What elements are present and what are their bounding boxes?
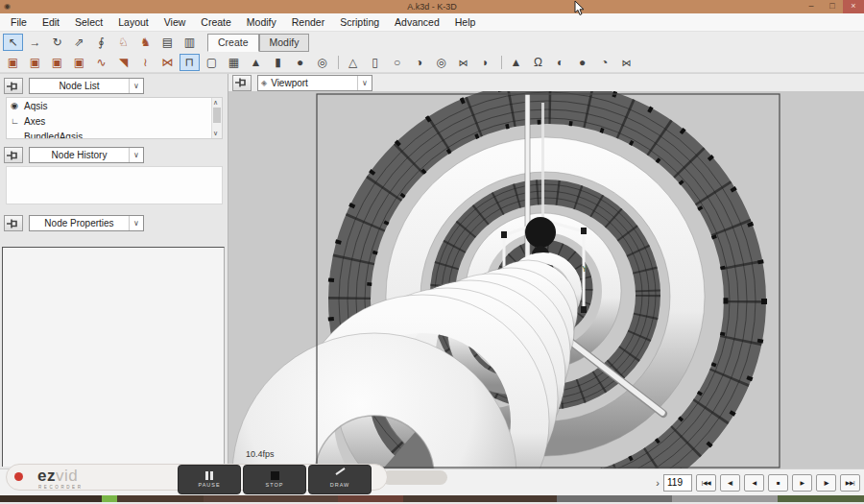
pick-parent-tool-icon[interactable]: ♘ xyxy=(113,34,133,51)
node-history-dropdown[interactable]: Node History ∨ xyxy=(29,147,144,163)
render-frame-icon[interactable]: ▥ xyxy=(180,34,200,51)
nurbs-sphere-icon[interactable]: ○ xyxy=(387,54,407,71)
mesh-cube-2-icon[interactable]: ▣ xyxy=(25,54,45,71)
stop-button[interactable]: ■ xyxy=(768,474,788,492)
nurbs-paraboloid-icon[interactable]: ◗ xyxy=(475,54,495,71)
list-item[interactable]: ∟ Axes xyxy=(7,113,222,129)
tab-modify[interactable]: Modify xyxy=(259,34,310,52)
left-panel: Node List ∨ ◉ Aqsis ∟ Axes BundledAqsis xyxy=(0,74,228,468)
toolbar-separator xyxy=(501,56,502,69)
scroll-down-icon[interactable]: ∨ xyxy=(213,130,218,137)
play-reverse-button[interactable]: ◀ xyxy=(744,474,764,492)
pencil-icon xyxy=(334,471,346,480)
pause-icon xyxy=(205,471,213,480)
create-modify-tabs: Create Modify xyxy=(207,34,309,52)
menu-modify[interactable]: Modify xyxy=(239,14,284,30)
toolbar-separator xyxy=(338,56,339,69)
menu-select[interactable]: Select xyxy=(67,14,110,30)
scroll-up-icon[interactable]: ∧ xyxy=(213,99,218,107)
menu-create[interactable]: Create xyxy=(193,14,239,30)
ezvid-logo-light: vid xyxy=(56,467,78,485)
quadric-cone-icon[interactable]: ▲ xyxy=(506,54,526,71)
pin-icon[interactable] xyxy=(232,75,252,91)
primitive-cone-icon[interactable]: ▲ xyxy=(246,54,266,71)
snap-tool-icon[interactable]: ∮ xyxy=(91,34,111,51)
scale-tool-icon[interactable]: ⇗ xyxy=(69,34,89,51)
curve-tool-icon[interactable]: ∿ xyxy=(91,54,111,71)
mesh-cube-3-icon[interactable]: ▣ xyxy=(47,54,67,71)
stop-recording-button[interactable]: STOP xyxy=(243,465,306,494)
primitive-grid-icon[interactable]: ▦ xyxy=(224,54,244,71)
menu-bar: File Edit Select Layout View Create Modi… xyxy=(0,13,864,32)
nurbs-cylinder-icon[interactable]: ▯ xyxy=(365,54,385,71)
go-to-end-button[interactable]: ▶▶| xyxy=(840,474,860,492)
title-bar[interactable]: ◉ A.k3d - K-3D – □ × xyxy=(0,0,864,13)
paint-tool-icon[interactable]: ≀ xyxy=(135,54,156,71)
mouse-cursor xyxy=(574,1,585,16)
quadric-patch-icon[interactable]: ⋈ xyxy=(616,54,636,71)
list-item[interactable]: ◉ Aqsis xyxy=(7,98,222,113)
menu-file[interactable]: File xyxy=(3,14,35,30)
go-to-start-button[interactable]: |◀◀ xyxy=(696,474,716,492)
play-button[interactable]: ▶ xyxy=(792,474,812,492)
bench-tool-icon[interactable]: ⊓ xyxy=(180,54,200,71)
nurbs-cone-icon[interactable]: △ xyxy=(343,54,363,71)
mesh-cube-1-icon[interactable]: ▣ xyxy=(3,54,23,71)
primitive-torus-icon[interactable]: ◎ xyxy=(312,54,332,71)
move-tool-icon[interactable]: → xyxy=(25,34,45,51)
viewport-3d-scene[interactable] xyxy=(228,91,864,468)
y-axis-label: Y xyxy=(582,264,588,274)
pin-icon[interactable] xyxy=(4,78,23,94)
toolbar-row-2: ▣ ▣ ▣ ▣ ∿ ◥ ≀ ⋈ ⊓ ▢ ▦ ▲ ▮ ● ◎ △ ▯ ○ ◑ ◎ … xyxy=(0,53,864,73)
timeline-expander-icon[interactable]: › xyxy=(656,477,660,489)
3d-viewport[interactable]: Y 10.4fps xyxy=(228,91,864,468)
quadric-sphere-icon[interactable]: ● xyxy=(572,54,592,71)
nurbs-torus-icon[interactable]: ◎ xyxy=(431,54,451,71)
mesh-cube-4-icon[interactable]: ▣ xyxy=(69,54,89,71)
draw-button[interactable]: DRAW xyxy=(308,465,372,494)
fps-readout: 10.4fps xyxy=(246,449,275,459)
node-list-dropdown[interactable]: Node List ∨ xyxy=(29,78,144,94)
quadric-torus-icon[interactable]: ◔ xyxy=(594,54,614,71)
render-preview-icon[interactable]: ▤ xyxy=(157,34,178,51)
viewport-dropdown[interactable]: ◈ Viewport ∨ xyxy=(257,75,372,91)
list-item-label: Aqsis xyxy=(24,101,47,111)
chevron-down-icon: ∨ xyxy=(129,148,143,162)
primitive-cube-icon[interactable]: ▢ xyxy=(202,54,222,71)
node-properties-dropdown[interactable]: Node Properties ∨ xyxy=(29,215,144,231)
frame-number-input[interactable] xyxy=(663,474,692,492)
list-item-label: BundledAqsis xyxy=(24,132,83,140)
patch-tool-icon[interactable]: ⋈ xyxy=(157,54,178,71)
primitive-sphere-icon[interactable]: ● xyxy=(290,54,310,71)
pick-child-tool-icon[interactable]: ♞ xyxy=(135,34,156,51)
menu-scripting[interactable]: Scripting xyxy=(332,14,387,30)
menu-help[interactable]: Help xyxy=(447,14,484,30)
nurbs-patch-icon[interactable]: ⋈ xyxy=(453,54,473,71)
quadric-hemisphere-icon[interactable]: ◐ xyxy=(550,54,570,71)
nurbs-hemisphere-icon[interactable]: ◑ xyxy=(409,54,429,71)
pause-button[interactable]: PAUSE xyxy=(178,465,241,494)
node-properties-pane[interactable] xyxy=(2,247,225,467)
select-tool-icon[interactable]: ↖ xyxy=(3,34,23,51)
pin-icon[interactable] xyxy=(4,147,23,163)
rotate-tool-icon[interactable]: ↻ xyxy=(47,34,67,51)
menu-render[interactable]: Render xyxy=(284,14,332,30)
recorder-tail xyxy=(382,470,447,485)
menu-view[interactable]: View xyxy=(156,14,194,30)
scrollbar[interactable]: ∧ ∨ xyxy=(211,98,222,138)
node-history-title: Node History xyxy=(30,150,129,160)
scrollbar-thumb[interactable] xyxy=(213,108,221,123)
polygon-tool-icon[interactable]: ◥ xyxy=(113,54,133,71)
primitive-cylinder-icon[interactable]: ▮ xyxy=(268,54,288,71)
step-forward-button[interactable]: |▶ xyxy=(816,474,836,492)
list-item[interactable]: BundledAqsis xyxy=(7,129,222,139)
aqsis-icon: ◉ xyxy=(11,101,24,110)
quadric-bell-icon[interactable]: Ω xyxy=(528,54,548,71)
menu-layout[interactable]: Layout xyxy=(110,14,156,30)
step-back-button[interactable]: ◀| xyxy=(720,474,740,492)
node-history-list[interactable] xyxy=(6,166,223,204)
menu-edit[interactable]: Edit xyxy=(35,14,67,30)
pin-icon[interactable] xyxy=(4,215,23,231)
tab-create[interactable]: Create xyxy=(207,34,259,52)
menu-advanced[interactable]: Advanced xyxy=(387,14,447,30)
